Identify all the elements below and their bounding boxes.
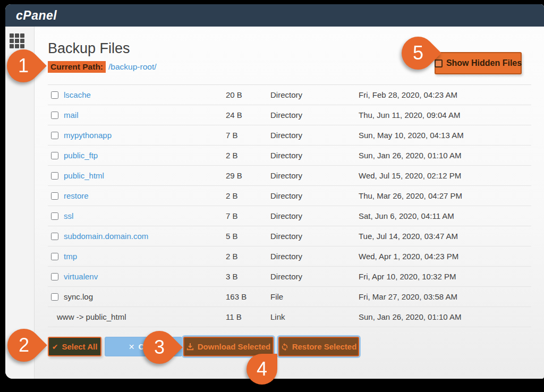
file-date: Sun, May 10, 2020, 04:13 AM (359, 131, 531, 140)
file-date: Sun, Jan 26, 2020, 01:10 AM (359, 151, 531, 160)
file-name-link[interactable]: virtualenv (64, 272, 98, 281)
callout-3: 3 (143, 331, 176, 364)
file-type: File (270, 292, 359, 301)
table-row: public_ftp 2 B Directory Sun, Jan 26, 20… (48, 146, 531, 166)
file-date: Wed, Apr 1, 2020, 04:23 PM (359, 252, 531, 261)
file-type: Directory (270, 232, 359, 241)
callout-4: 4 (246, 354, 277, 385)
restore-selected-button[interactable]: Restore Selected (278, 337, 359, 356)
callout-pin-icon: 2 (1, 322, 47, 369)
table-row: mail 24 B Directory Thu, Jun 11, 2020, 0… (48, 105, 531, 125)
row-checkbox[interactable] (51, 132, 58, 139)
select-all-button[interactable]: ✔ Select All (48, 337, 101, 356)
row-checkbox[interactable] (51, 273, 58, 280)
table-row: ssl 7 B Directory Sat, Jun 6, 2020, 04:1… (48, 206, 531, 226)
row-checkbox[interactable] (51, 253, 58, 260)
file-name-link[interactable]: ssl (64, 211, 73, 220)
file-size: 7 B (226, 131, 270, 140)
show-hidden-files-toggle[interactable]: Show Hidden Files (435, 52, 522, 74)
file-name-link[interactable]: tmp (64, 252, 77, 261)
row-checkbox[interactable] (51, 112, 58, 119)
file-type: Directory (270, 151, 359, 160)
file-name-link[interactable]: restore (64, 191, 89, 200)
file-size: 7 B (226, 211, 270, 220)
file-table: Show Hidden Files lscache 20 B Directory… (48, 84, 531, 327)
row-checkbox[interactable] (51, 293, 58, 301)
table-row: subdomain.domain.com 5 B Directory Tue, … (48, 226, 531, 246)
file-name-link[interactable]: public_ftp (64, 151, 98, 160)
row-checkbox[interactable] (51, 233, 58, 240)
file-name-link[interactable]: mail (64, 110, 79, 120)
table-row: virtualenv 3 B Directory Fri, Apr 10, 20… (48, 267, 531, 287)
file-type: Directory (270, 191, 359, 200)
file-date: Thu, Jun 11, 2020, 09:04 AM (359, 110, 531, 120)
callout-2: 2 (7, 329, 40, 362)
file-size: 2 B (226, 151, 270, 160)
current-path-label: Current Path: (48, 61, 106, 73)
file-type: Directory (270, 272, 359, 281)
table-row: lscache 20 B Directory Fri, Feb 28, 2020… (48, 85, 531, 105)
table-row: public_html 29 B Directory Wed, Jul 15, … (48, 166, 531, 186)
file-name-text: sync.log (64, 292, 93, 301)
file-type: Directory (270, 252, 359, 261)
app-body: Backup Files Current Path:/backup-root/ … (5, 27, 544, 379)
action-buttons-bar: ✔ Select All ✕ Clear Download Selected R… (48, 337, 531, 356)
file-type: Directory (270, 171, 359, 180)
row-checkbox[interactable] (51, 152, 58, 159)
apps-grid-icon[interactable] (10, 33, 24, 48)
row-checkbox[interactable] (51, 91, 58, 99)
file-size: 24 B (226, 110, 270, 120)
file-type: Link (270, 312, 359, 321)
show-hidden-label: Show Hidden Files (446, 58, 522, 68)
header: cPanel (5, 4, 544, 27)
file-date: Sat, Jun 6, 2020, 04:11 AM (359, 211, 531, 220)
refresh-icon (281, 343, 288, 351)
callout-pin-icon: 4 (246, 354, 277, 385)
restore-label: Restore Selected (292, 342, 357, 351)
select-all-label: Select All (62, 342, 97, 351)
file-name-link[interactable]: public_html (64, 171, 104, 180)
check-icon: ✔ (52, 343, 58, 351)
table-row: mypythonapp 7 B Directory Sun, May 10, 2… (48, 125, 531, 146)
file-size: 163 B (226, 292, 270, 301)
row-checkbox[interactable] (51, 172, 58, 180)
table-row: tmp 2 B Directory Wed, Apr 1, 2020, 04:2… (48, 246, 531, 267)
x-icon: ✕ (129, 343, 135, 351)
file-size: 5 B (226, 232, 270, 241)
file-name-link[interactable]: mypythonapp (64, 131, 112, 140)
file-date: Fri, Mar 27, 2020, 03:58 AM (359, 292, 531, 301)
app-window: cPanel Backup Files Current Path:/backup… (5, 4, 544, 379)
callout-pin-icon: 3 (136, 324, 183, 371)
file-size: 20 B (226, 90, 270, 99)
main-content: Backup Files Current Path:/backup-root/ … (35, 27, 544, 379)
file-type: Directory (270, 211, 359, 220)
download-icon (186, 343, 194, 351)
cpanel-logo: cPanel (16, 8, 57, 23)
table-row: sync.log 163 B File Fri, Mar 27, 2020, 0… (48, 287, 531, 307)
file-type: Directory (270, 90, 359, 99)
callout-1: 1 (7, 49, 40, 82)
file-date: Thu, Mar 26, 2020, 04:27 PM (359, 191, 531, 200)
file-date: Fri, Apr 10, 2020, 10:32 PM (359, 272, 531, 281)
download-label: Download Selected (198, 342, 271, 351)
file-date: Sun, Jan 26, 2020, 01:10 AM (359, 312, 531, 321)
file-date: Fri, Feb 28, 2020, 04:23 AM (359, 90, 531, 99)
row-checkbox[interactable] (51, 212, 58, 220)
file-name-link[interactable]: lscache (64, 90, 91, 99)
screenshot-frame: cPanel Backup Files Current Path:/backup… (0, 0, 544, 392)
callout-5: 5 (402, 37, 435, 70)
current-path-link[interactable]: /backup-root/ (108, 62, 156, 71)
callout-pin-icon: 1 (0, 42, 47, 89)
file-name-link[interactable]: subdomain.domain.com (64, 232, 148, 241)
file-name-text: www -> public_html (57, 312, 126, 321)
file-type: Directory (270, 110, 359, 120)
table-row: restore 2 B Directory Thu, Mar 26, 2020,… (48, 186, 531, 206)
file-size: 11 B (226, 312, 270, 321)
file-date: Wed, Jul 15, 2020, 02:12 PM (359, 171, 531, 180)
file-type: Directory (270, 131, 359, 140)
table-row: www -> public_html 11 B Link Sun, Jan 26… (48, 307, 531, 327)
show-hidden-checkbox[interactable] (435, 59, 443, 67)
file-date: Tue, Jul 14, 2020, 03:47 AM (359, 232, 531, 241)
callout-pin-icon: 5 (395, 30, 441, 76)
row-checkbox[interactable] (51, 192, 58, 200)
